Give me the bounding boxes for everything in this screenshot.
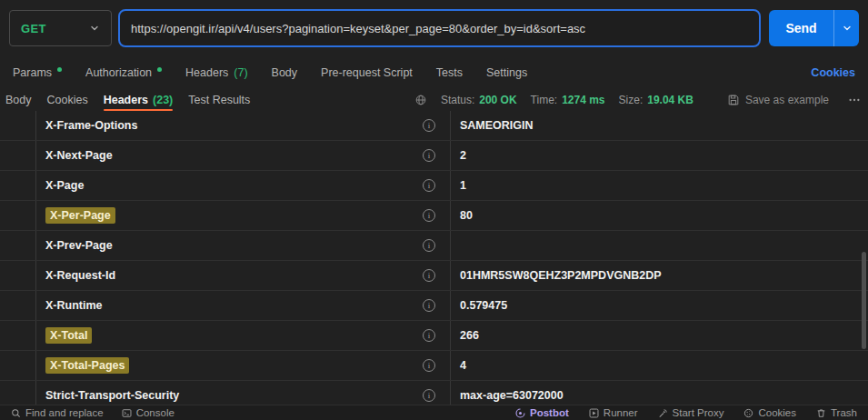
row-gutter	[0, 321, 36, 350]
runner-button[interactable]: Runner	[589, 407, 638, 418]
header-value: SAMEORIGIN	[450, 111, 868, 140]
header-value	[450, 231, 868, 260]
vertical-scrollbar-thumb[interactable]	[862, 252, 866, 349]
header-key-cell: X-Frame-Optionsi	[36, 111, 450, 140]
send-options-button[interactable]	[833, 10, 859, 46]
response-headers-table: X-Frame-OptionsiSAMEORIGIN X-Next-Pagei2…	[0, 111, 868, 420]
table-row: X-Runtimei0.579475	[0, 291, 868, 321]
status-value: 200 OK	[479, 94, 516, 106]
save-as-example-button[interactable]: Save as example	[727, 94, 829, 106]
tab-test-results[interactable]: Test Results	[188, 88, 250, 111]
info-icon[interactable]: i	[423, 149, 435, 162]
header-key-cell: X-Runtimei	[36, 291, 450, 320]
table-row: X-Pagei1	[0, 171, 868, 201]
table-row: X-Request-Idi01HMR5SW8QEHZ3P2MPDVGNB2DP	[0, 261, 868, 291]
header-key: X-Runtime	[45, 299, 103, 312]
postman-app-window: GET Send Params Authorization Headers(7)…	[0, 0, 868, 420]
more-options-icon[interactable]	[848, 94, 861, 106]
header-key-cell: X-Totali	[36, 321, 450, 350]
header-key: X-Request-Id	[45, 269, 115, 282]
http-method-select[interactable]: GET	[9, 10, 112, 46]
header-key-cell: X-Request-Idi	[36, 261, 450, 290]
postbot-icon	[515, 408, 525, 418]
header-key: X-Per-Page	[45, 207, 115, 224]
footer-left: Find and replace Console	[11, 407, 175, 418]
cookies-link[interactable]: Cookies	[811, 66, 855, 79]
url-input[interactable]	[122, 11, 757, 45]
tab-pre-request-script[interactable]: Pre-request Script	[321, 66, 413, 79]
info-icon[interactable]: i	[423, 359, 435, 372]
console-button[interactable]: Console	[122, 407, 175, 418]
header-key-cell: X-Next-Pagei	[36, 141, 450, 170]
table-row: X-Frame-OptionsiSAMEORIGIN	[0, 111, 868, 141]
header-value: 266	[450, 321, 868, 350]
row-gutter	[0, 171, 36, 200]
table-row: X-Total-Pagesi4	[0, 351, 868, 381]
table-row: X-Prev-Pagei	[0, 231, 868, 261]
url-field-wrapper	[118, 9, 761, 47]
header-key-cell: X-Per-Pagei	[36, 201, 450, 230]
tab-label: Body	[5, 94, 32, 106]
header-key: X-Prev-Page	[45, 239, 113, 252]
header-value: 4	[450, 351, 868, 380]
header-key: X-Next-Page	[45, 149, 113, 162]
time-value: 1274 ms	[562, 94, 604, 106]
cookies-button[interactable]: Cookies	[743, 407, 796, 418]
postbot-label: Postbot	[530, 407, 569, 418]
postbot-button[interactable]: Postbot	[515, 407, 569, 418]
cookie-icon	[743, 408, 753, 418]
tab-request-body[interactable]: Body	[272, 66, 298, 79]
tab-response-cookies[interactable]: Cookies	[47, 88, 88, 111]
header-value: 1	[450, 171, 868, 200]
trash-button[interactable]: Trash	[816, 407, 857, 418]
header-key-cell: X-Prev-Pagei	[36, 231, 450, 260]
tab-response-headers[interactable]: Headers(23)	[104, 88, 174, 111]
row-gutter	[0, 201, 36, 230]
info-icon[interactable]: i	[423, 299, 435, 312]
row-gutter	[0, 291, 36, 320]
info-icon[interactable]: i	[423, 269, 435, 282]
tab-response-body[interactable]: Body	[5, 88, 32, 111]
tab-request-headers[interactable]: Headers(7)	[185, 66, 248, 79]
request-tabs: Params Authorization Headers(7) Body Pre…	[0, 56, 868, 88]
footer-right: Postbot Runner Start Proxy Cookies Trash	[515, 407, 857, 418]
tab-label: Test Results	[188, 94, 250, 106]
start-proxy-icon	[658, 408, 668, 418]
header-value: 01HMR5SW8QEHZ3P2MPDVGNB2DP	[450, 261, 868, 290]
tab-label: Headers	[104, 94, 148, 106]
footer-status-bar: Find and replace Console Postbot Runner …	[0, 405, 868, 420]
tab-settings[interactable]: Settings	[486, 66, 527, 79]
response-meta: Status:200 OK Time:1274 ms Size:19.04 KB…	[414, 94, 861, 106]
info-icon[interactable]: i	[423, 329, 435, 342]
unsaved-dot	[157, 67, 162, 72]
start-proxy-button[interactable]: Start Proxy	[658, 407, 724, 418]
info-icon[interactable]: i	[423, 209, 435, 222]
http-method-value: GET	[21, 22, 46, 35]
unsaved-dot	[57, 67, 62, 72]
find-and-replace-label: Find and replace	[25, 407, 104, 418]
find-and-replace-button[interactable]: Find and replace	[11, 407, 104, 418]
response-tabs: Body Cookies Headers(23) Test Results	[5, 88, 250, 111]
info-icon[interactable]: i	[423, 389, 435, 402]
info-icon[interactable]: i	[423, 119, 435, 132]
response-bar: Body Cookies Headers(23) Test Results St…	[0, 88, 868, 111]
info-icon[interactable]: i	[423, 239, 435, 252]
tab-tests[interactable]: Tests	[436, 66, 463, 79]
size-badge: Size:19.04 KB	[619, 94, 693, 106]
send-button[interactable]: Send	[769, 10, 833, 46]
tab-label: Authorization	[85, 66, 152, 79]
tab-authorization[interactable]: Authorization	[85, 66, 162, 79]
header-key: Strict-Transport-Security	[45, 389, 179, 402]
row-gutter	[0, 141, 36, 170]
chevron-down-icon	[89, 23, 100, 34]
trash-icon	[816, 408, 826, 418]
tab-label: Settings	[486, 66, 527, 79]
header-key: X-Frame-Options	[45, 119, 137, 132]
globe-lock-icon[interactable]	[414, 94, 427, 106]
console-icon	[122, 408, 132, 418]
time-badge: Time:1274 ms	[531, 94, 605, 106]
tab-params[interactable]: Params	[13, 66, 62, 79]
info-icon[interactable]: i	[423, 179, 435, 192]
tab-label: Params	[13, 66, 52, 79]
header-key-cell: X-Total-Pagesi	[36, 351, 450, 380]
